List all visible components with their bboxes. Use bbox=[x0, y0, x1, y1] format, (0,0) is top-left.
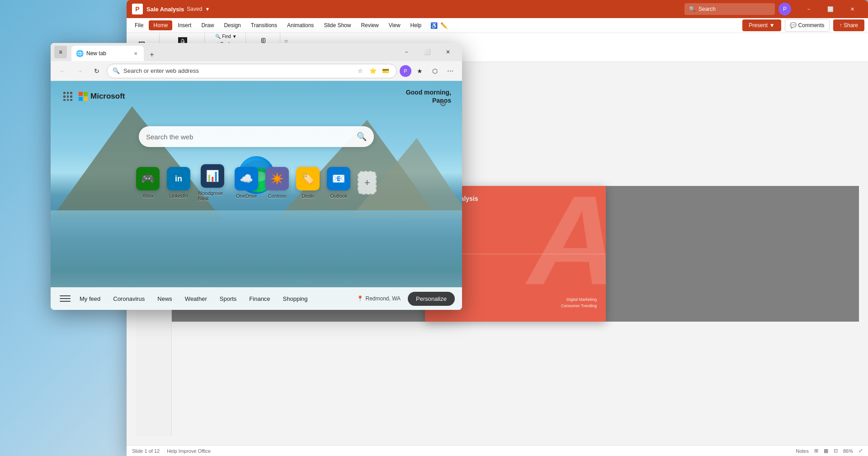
edge-search-submit-icon[interactable]: 🔍 bbox=[357, 132, 367, 142]
menu-draw[interactable]: Draw bbox=[197, 20, 218, 30]
edge-personalize-button[interactable]: Personalize bbox=[408, 292, 455, 306]
grid-dot-1 bbox=[63, 92, 66, 94]
ppt-search-label: Search bbox=[698, 6, 716, 12]
editing-top-row: 🔍 Find ▼ bbox=[212, 33, 239, 40]
menu-animations[interactable]: Animations bbox=[283, 20, 318, 30]
quicklink-contoso[interactable]: ✴️ Contoso bbox=[265, 167, 289, 199]
edge-restore-button[interactable]: ⬜ bbox=[417, 45, 438, 59]
grid-dot-6 bbox=[70, 95, 72, 98]
pen-icon[interactable]: ✏️ bbox=[440, 22, 448, 29]
ppt-search-bar[interactable]: 🔍 Search bbox=[684, 3, 775, 15]
edge-favorites-button[interactable]: ★ bbox=[412, 64, 427, 78]
news-item-finance[interactable]: Finance bbox=[244, 293, 275, 305]
edge-favorites-icon[interactable]: ☆ bbox=[355, 66, 366, 76]
edge-close-button[interactable]: ✕ bbox=[438, 45, 458, 59]
comments-button[interactable]: 💬 Comments bbox=[785, 19, 830, 32]
view-presenter-icon[interactable]: ⊡ bbox=[834, 448, 838, 454]
ppt-doc-name: Sale Analysis bbox=[146, 6, 184, 13]
ms-logo-blue bbox=[79, 97, 83, 101]
menu-view[interactable]: View bbox=[384, 20, 405, 30]
edge-search-box[interactable]: Search the web 🔍 bbox=[139, 126, 374, 147]
fit-slide-icon[interactable]: ⤢ bbox=[859, 448, 863, 454]
ppt-user-avatar[interactable]: P bbox=[778, 3, 791, 15]
find-chevron: ▼ bbox=[232, 34, 237, 39]
share-button[interactable]: ↑ Share bbox=[833, 19, 864, 31]
edge-news-menu-button[interactable] bbox=[58, 291, 72, 306]
menu-slideshow[interactable]: Slide Show bbox=[319, 20, 355, 30]
quicklink-woodgrove[interactable]: 📊 Woodgrove Bank bbox=[198, 164, 227, 201]
view-slide-icon[interactable]: ▦ bbox=[824, 448, 828, 454]
news-item-sports[interactable]: Sports bbox=[214, 293, 242, 305]
menu-help[interactable]: Help bbox=[406, 20, 426, 30]
ppt-menu-bar: File Home Insert Draw Design Transitions… bbox=[127, 18, 868, 33]
edge-search-hint: Search the web bbox=[146, 133, 352, 141]
ppt-restore-button[interactable]: ⬜ bbox=[820, 2, 841, 16]
edge-sidebar-toggle[interactable]: ≡ bbox=[54, 46, 67, 58]
edge-quicklinks: 🎮 Xbox in LinkedIn 📊 Woodgrove Bank ☁️ O… bbox=[136, 164, 377, 201]
edge-address-bar[interactable]: 🔍 Search or enter web address ☆ ⭐ 💳 bbox=[107, 64, 397, 78]
quicklink-xbox-label: Xbox bbox=[142, 193, 153, 199]
menu-insert[interactable]: Insert bbox=[173, 20, 196, 30]
quicklink-onedrive[interactable]: ☁️ OneDrive bbox=[235, 167, 258, 199]
grid-dot-9 bbox=[70, 99, 72, 101]
edge-forward-button[interactable]: → bbox=[72, 64, 87, 78]
quicklink-outlook-label: Outlook bbox=[330, 193, 347, 199]
find-button[interactable]: 🔍 Find ▼ bbox=[212, 33, 239, 40]
hamburger-line-1 bbox=[60, 295, 71, 296]
accessibility-icon[interactable]: ♿ bbox=[430, 22, 438, 29]
slide-label-consumer-trending: Consumer Trending bbox=[561, 304, 597, 308]
present-button[interactable]: Present ▼ bbox=[742, 19, 781, 31]
edge-address-actions: ☆ ⭐ 💳 bbox=[355, 66, 391, 76]
quicklink-contoso-label: Contoso bbox=[268, 193, 287, 199]
edge-tab-newtab[interactable]: 🌐 New tab ✕ bbox=[71, 46, 144, 61]
quicklink-outlook[interactable]: 📧 Outlook bbox=[327, 167, 350, 199]
quicklink-onedrive-icon: ☁️ bbox=[235, 167, 258, 190]
zoom-level: 86% bbox=[843, 448, 853, 454]
menu-transitions[interactable]: Transitions bbox=[246, 20, 282, 30]
edge-add-quicklink-button[interactable]: + bbox=[358, 171, 377, 195]
news-item-weather[interactable]: Weather bbox=[179, 293, 212, 305]
menu-file[interactable]: File bbox=[130, 20, 148, 30]
edge-newsbar: My feed Coronavirus News Weather Sports … bbox=[51, 287, 462, 310]
menu-home[interactable]: Home bbox=[149, 20, 172, 30]
edge-settings-button[interactable]: ⚙ bbox=[435, 95, 451, 112]
share-icon: ↑ bbox=[840, 22, 844, 28]
edge-back-button[interactable]: ← bbox=[55, 64, 70, 78]
edge-browser-window: ≡ 🌐 New tab ✕ + − ⬜ ✕ ← → ↻ 🔍 Search or … bbox=[51, 43, 462, 310]
quicklink-linkedin[interactable]: in LinkedIn bbox=[167, 167, 190, 199]
view-normal-icon[interactable]: ⊞ bbox=[814, 448, 818, 454]
ppt-statusbar-right: Notes ⊞ ▦ ⊡ 86% ⤢ bbox=[796, 448, 863, 454]
ppt-close-button[interactable]: ✕ bbox=[842, 2, 863, 16]
edge-refresh-button[interactable]: ↻ bbox=[90, 64, 104, 78]
edge-profile-avatar[interactable]: P bbox=[400, 65, 411, 77]
find-icon: 🔍 bbox=[215, 34, 221, 39]
grid-dot-4 bbox=[63, 95, 66, 98]
quicklink-linkedin-icon: in bbox=[167, 167, 190, 190]
quicklink-deals[interactable]: 🏷️ Deals bbox=[296, 167, 320, 199]
quicklink-outlook-icon: 📧 bbox=[327, 167, 350, 190]
quicklink-linkedin-label: LinkedIn bbox=[169, 193, 188, 199]
edge-more-button[interactable]: ⋯ bbox=[443, 64, 458, 78]
edge-collections-button[interactable]: ⬡ bbox=[428, 64, 442, 78]
ppt-title-chevron[interactable]: ▼ bbox=[205, 6, 210, 12]
menu-design[interactable]: Design bbox=[219, 20, 245, 30]
news-item-myfeed[interactable]: My feed bbox=[74, 293, 106, 305]
edge-tab-close-button[interactable]: ✕ bbox=[132, 50, 139, 57]
ms-logo-yellow bbox=[84, 97, 88, 101]
notes-button[interactable]: Notes bbox=[796, 448, 809, 454]
edge-collections-icon[interactable]: ⭐ bbox=[368, 66, 378, 76]
ms-logo-red bbox=[79, 92, 83, 96]
quicklink-onedrive-label: OneDrive bbox=[236, 193, 257, 199]
quicklink-xbox[interactable]: 🎮 Xbox bbox=[136, 167, 160, 199]
edge-tab-favicon: 🌐 bbox=[76, 50, 84, 57]
menu-review[interactable]: Review bbox=[356, 20, 383, 30]
ms-apps-grid-icon[interactable] bbox=[61, 90, 74, 103]
edge-new-tab-button[interactable]: + bbox=[146, 48, 158, 61]
news-item-shopping[interactable]: Shopping bbox=[278, 293, 313, 305]
news-item-news[interactable]: News bbox=[152, 293, 178, 305]
news-item-coronavirus[interactable]: Coronavirus bbox=[108, 293, 150, 305]
edge-wallet-icon[interactable]: 💳 bbox=[380, 66, 391, 76]
edge-minimize-button[interactable]: − bbox=[396, 45, 417, 59]
ms-logo-grid bbox=[79, 92, 88, 101]
ppt-minimize-button[interactable]: − bbox=[798, 2, 819, 16]
